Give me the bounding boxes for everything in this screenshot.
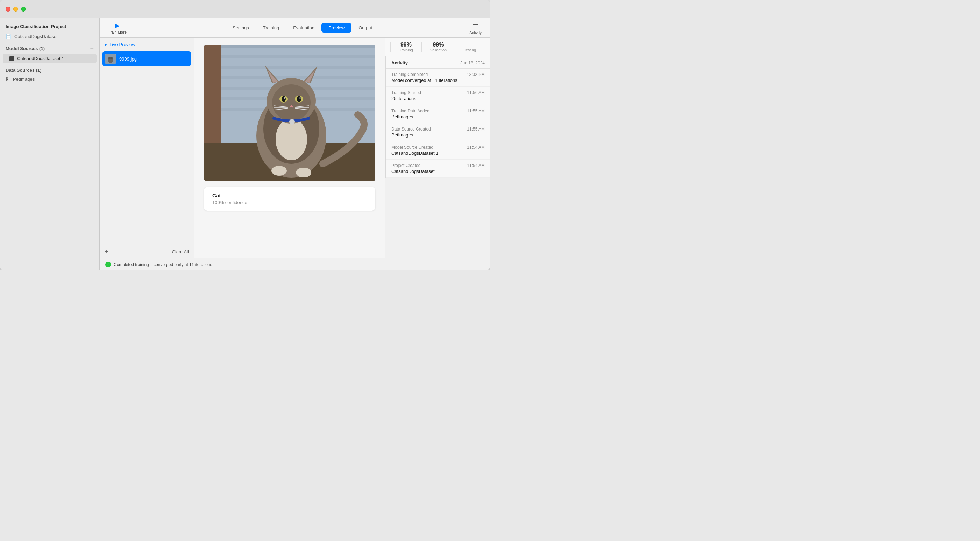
- content-area: ▶ Live Preview: [100, 38, 490, 258]
- database-icon: 🗄: [6, 77, 10, 82]
- activity-entry-detail: CatsandDogsDataset 1: [391, 150, 485, 156]
- data-source-name: PetImages: [13, 77, 35, 82]
- document-icon: 📄: [6, 34, 11, 39]
- traffic-lights: [6, 6, 26, 11]
- svg-rect-8: [204, 45, 375, 48]
- svg-rect-2: [473, 26, 476, 26]
- training-value: 99%: [401, 41, 412, 48]
- svg-point-39: [289, 119, 295, 124]
- main-layout: Image Classification Project 📄 CatsandDo…: [0, 18, 490, 270]
- activity-entry-header: Training Data Added 11:55 AM: [391, 109, 485, 113]
- project-title: Image Classification Project: [0, 22, 99, 32]
- activity-entry-name: Project Created: [391, 163, 420, 168]
- tab-settings[interactable]: Settings: [226, 23, 256, 32]
- model-sources-header: Model Sources (1): [6, 46, 45, 51]
- chevron-down-icon: ▶: [105, 43, 107, 46]
- svg-rect-10: [204, 66, 375, 69]
- result-confidence: 100% confidence: [212, 200, 367, 205]
- activity-entry-detail: PetImages: [391, 114, 485, 119]
- model-sources-section: Model Sources (1) +: [0, 41, 99, 54]
- activity-entry-name: Training Completed: [391, 72, 428, 77]
- success-icon: ✓: [105, 262, 111, 267]
- status-text: Completed training – converged early at …: [114, 262, 212, 267]
- close-button[interactable]: [6, 6, 11, 11]
- activity-entry-time: 11:56 AM: [467, 90, 485, 95]
- activity-entries: Training Completed 12:02 PM Model conver…: [386, 69, 490, 178]
- stat-validation: 99% Validation: [422, 41, 455, 52]
- activity-entry-time: 11:55 AM: [467, 127, 485, 132]
- activity-entry: Training Completed 12:02 PM Model conver…: [386, 69, 490, 87]
- activity-panel: Activity Jun 18, 2024 Training Completed…: [385, 56, 490, 178]
- dataset-name: CatsandDogsDataset: [14, 34, 58, 39]
- tab-preview[interactable]: Preview: [321, 23, 352, 32]
- svg-point-25: [272, 85, 310, 121]
- live-preview-header[interactable]: ▶ Live Preview: [100, 38, 194, 50]
- svg-point-29: [297, 96, 301, 102]
- result-label: Cat: [212, 193, 367, 198]
- train-more-label: Train More: [108, 30, 127, 34]
- tab-training[interactable]: Training: [256, 23, 286, 32]
- svg-rect-9: [204, 55, 375, 58]
- toolbar-divider: [135, 22, 135, 34]
- clear-all-button[interactable]: Clear All: [172, 249, 189, 254]
- svg-point-28: [282, 96, 286, 102]
- svg-point-5: [108, 57, 111, 59]
- minimize-button[interactable]: [13, 6, 18, 11]
- data-source-item[interactable]: 🗄 PetImages: [0, 75, 99, 84]
- activity-entry: Training Started 11:56 AM 25 iterations: [386, 87, 490, 105]
- activity-entry: Project Created 11:54 AM CatsandDogsData…: [386, 160, 490, 178]
- file-list: 9999.jpg: [100, 50, 194, 245]
- fullscreen-button[interactable]: [21, 6, 26, 11]
- add-file-button[interactable]: +: [105, 248, 109, 255]
- svg-point-19: [275, 118, 307, 160]
- training-label: Training: [399, 48, 413, 52]
- file-thumbnail: [105, 54, 116, 64]
- activity-entry-time: 11:54 AM: [467, 145, 485, 150]
- activity-entry-name: Model Source Created: [391, 145, 433, 150]
- activity-panel-date: Jun 18, 2024: [461, 61, 485, 65]
- activity-entry-detail: CatsandDogsDataset: [391, 169, 485, 174]
- activity-entry-name: Data Source Created: [391, 127, 431, 132]
- right-column: 99% Training 99% Validation -- Testing: [385, 38, 490, 258]
- file-actions-bar: + Clear All: [100, 245, 194, 258]
- activity-entry-detail: PetImages: [391, 132, 485, 137]
- svg-rect-0: [473, 23, 479, 24]
- play-icon: ▶: [115, 22, 119, 29]
- model-icon: ⬛: [8, 56, 14, 61]
- activity-entry-time: 11:55 AM: [467, 109, 485, 113]
- svg-rect-1: [473, 24, 479, 25]
- testing-label: Testing: [464, 48, 476, 52]
- tab-evaluation[interactable]: Evaluation: [286, 23, 321, 32]
- file-panel: ▶ Live Preview: [100, 38, 194, 258]
- activity-panel-title: Activity: [391, 60, 408, 65]
- validation-value: 99%: [433, 41, 444, 48]
- preview-area: Cat 100% confidence: [194, 38, 385, 258]
- tab-output[interactable]: Output: [352, 23, 379, 32]
- cat-image: [204, 45, 375, 181]
- model-source-item[interactable]: ⬛ CatsandDogsDataset 1: [3, 54, 97, 63]
- svg-point-40: [271, 166, 287, 176]
- data-sources-header: Data Sources (1): [6, 67, 41, 73]
- sidebar-item-dataset[interactable]: 📄 CatsandDogsDataset: [0, 32, 99, 41]
- activity-label: Activity: [469, 30, 482, 35]
- status-bar: ✓ Completed training – converged early a…: [100, 258, 490, 270]
- activity-entry: Training Data Added 11:55 AM PetImages: [386, 105, 490, 123]
- activity-entry-name: Training Started: [391, 90, 421, 95]
- activity-panel-header: Activity Jun 18, 2024: [386, 56, 490, 69]
- add-model-source-button[interactable]: +: [90, 45, 94, 51]
- stat-testing: -- Testing: [455, 41, 484, 52]
- activity-button[interactable]: Activity: [466, 21, 484, 35]
- result-card: Cat 100% confidence: [204, 187, 375, 211]
- activity-entry-header: Training Completed 12:02 PM: [391, 72, 485, 77]
- validation-label: Validation: [430, 48, 447, 52]
- activity-entry: Data Source Created 11:55 AM PetImages: [386, 123, 490, 141]
- sidebar: Image Classification Project 📄 CatsandDo…: [0, 18, 100, 270]
- train-more-button[interactable]: ▶ Train More: [105, 22, 132, 34]
- svg-point-31: [299, 97, 301, 99]
- file-name: 9999.jpg: [119, 56, 137, 62]
- svg-rect-16: [204, 45, 221, 143]
- testing-value: --: [468, 41, 472, 48]
- file-item[interactable]: 9999.jpg: [102, 51, 191, 66]
- activity-entry-detail: Model converged at 11 iterations: [391, 78, 485, 83]
- activity-icon: [472, 21, 479, 30]
